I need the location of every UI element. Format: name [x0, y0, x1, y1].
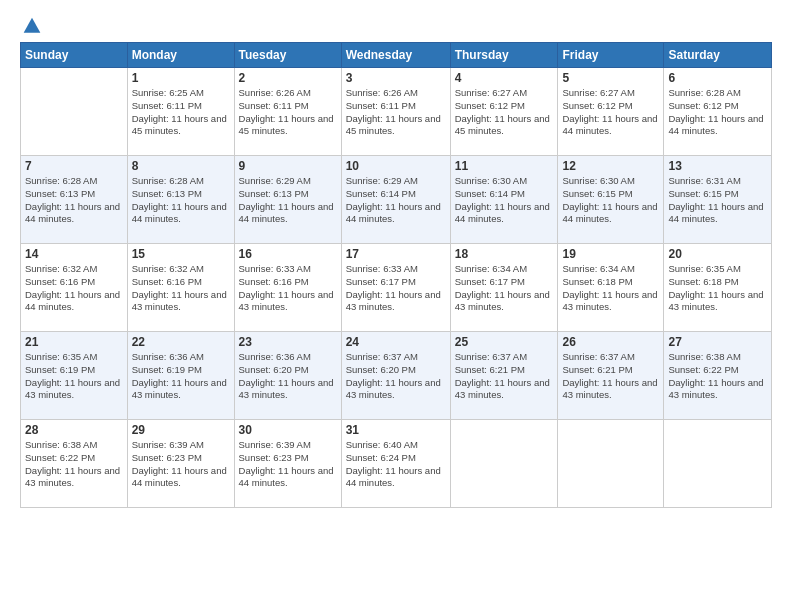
logo-icon [22, 16, 42, 36]
day-info: Sunrise: 6:36 AM Sunset: 6:19 PM Dayligh… [132, 351, 230, 402]
calendar-cell: 31Sunrise: 6:40 AM Sunset: 6:24 PM Dayli… [341, 420, 450, 508]
calendar-cell: 7Sunrise: 6:28 AM Sunset: 6:13 PM Daylig… [21, 156, 128, 244]
day-number: 3 [346, 71, 446, 85]
day-info: Sunrise: 6:26 AM Sunset: 6:11 PM Dayligh… [239, 87, 337, 138]
day-info: Sunrise: 6:30 AM Sunset: 6:15 PM Dayligh… [562, 175, 659, 226]
day-info: Sunrise: 6:27 AM Sunset: 6:12 PM Dayligh… [455, 87, 554, 138]
svg-marker-0 [24, 18, 41, 33]
day-info: Sunrise: 6:28 AM Sunset: 6:13 PM Dayligh… [132, 175, 230, 226]
day-info: Sunrise: 6:37 AM Sunset: 6:21 PM Dayligh… [562, 351, 659, 402]
day-number: 28 [25, 423, 123, 437]
day-number: 12 [562, 159, 659, 173]
day-info: Sunrise: 6:35 AM Sunset: 6:19 PM Dayligh… [25, 351, 123, 402]
day-number: 17 [346, 247, 446, 261]
calendar-cell: 14Sunrise: 6:32 AM Sunset: 6:16 PM Dayli… [21, 244, 128, 332]
day-number: 27 [668, 335, 767, 349]
calendar-cell: 2Sunrise: 6:26 AM Sunset: 6:11 PM Daylig… [234, 68, 341, 156]
calendar-cell: 17Sunrise: 6:33 AM Sunset: 6:17 PM Dayli… [341, 244, 450, 332]
day-info: Sunrise: 6:39 AM Sunset: 6:23 PM Dayligh… [132, 439, 230, 490]
day-number: 24 [346, 335, 446, 349]
page: SundayMondayTuesdayWednesdayThursdayFrid… [0, 0, 792, 612]
calendar-cell: 30Sunrise: 6:39 AM Sunset: 6:23 PM Dayli… [234, 420, 341, 508]
day-number: 20 [668, 247, 767, 261]
calendar-cell: 16Sunrise: 6:33 AM Sunset: 6:16 PM Dayli… [234, 244, 341, 332]
day-info: Sunrise: 6:31 AM Sunset: 6:15 PM Dayligh… [668, 175, 767, 226]
day-info: Sunrise: 6:32 AM Sunset: 6:16 PM Dayligh… [132, 263, 230, 314]
calendar-cell: 20Sunrise: 6:35 AM Sunset: 6:18 PM Dayli… [664, 244, 772, 332]
day-info: Sunrise: 6:27 AM Sunset: 6:12 PM Dayligh… [562, 87, 659, 138]
calendar-cell: 22Sunrise: 6:36 AM Sunset: 6:19 PM Dayli… [127, 332, 234, 420]
day-info: Sunrise: 6:28 AM Sunset: 6:12 PM Dayligh… [668, 87, 767, 138]
calendar-cell [558, 420, 664, 508]
day-number: 10 [346, 159, 446, 173]
day-info: Sunrise: 6:36 AM Sunset: 6:20 PM Dayligh… [239, 351, 337, 402]
calendar-cell [664, 420, 772, 508]
calendar-cell: 18Sunrise: 6:34 AM Sunset: 6:17 PM Dayli… [450, 244, 558, 332]
day-number: 5 [562, 71, 659, 85]
day-number: 23 [239, 335, 337, 349]
day-number: 25 [455, 335, 554, 349]
day-info: Sunrise: 6:33 AM Sunset: 6:16 PM Dayligh… [239, 263, 337, 314]
day-number: 26 [562, 335, 659, 349]
day-info: Sunrise: 6:33 AM Sunset: 6:17 PM Dayligh… [346, 263, 446, 314]
day-info: Sunrise: 6:40 AM Sunset: 6:24 PM Dayligh… [346, 439, 446, 490]
day-info: Sunrise: 6:37 AM Sunset: 6:20 PM Dayligh… [346, 351, 446, 402]
col-header-tuesday: Tuesday [234, 43, 341, 68]
calendar-cell: 6Sunrise: 6:28 AM Sunset: 6:12 PM Daylig… [664, 68, 772, 156]
day-number: 30 [239, 423, 337, 437]
day-info: Sunrise: 6:32 AM Sunset: 6:16 PM Dayligh… [25, 263, 123, 314]
calendar-cell: 8Sunrise: 6:28 AM Sunset: 6:13 PM Daylig… [127, 156, 234, 244]
day-number: 29 [132, 423, 230, 437]
day-number: 16 [239, 247, 337, 261]
calendar-table: SundayMondayTuesdayWednesdayThursdayFrid… [20, 42, 772, 508]
calendar-cell: 28Sunrise: 6:38 AM Sunset: 6:22 PM Dayli… [21, 420, 128, 508]
calendar-cell [21, 68, 128, 156]
calendar-cell: 12Sunrise: 6:30 AM Sunset: 6:15 PM Dayli… [558, 156, 664, 244]
calendar-cell: 23Sunrise: 6:36 AM Sunset: 6:20 PM Dayli… [234, 332, 341, 420]
calendar-cell: 15Sunrise: 6:32 AM Sunset: 6:16 PM Dayli… [127, 244, 234, 332]
day-number: 15 [132, 247, 230, 261]
day-info: Sunrise: 6:29 AM Sunset: 6:13 PM Dayligh… [239, 175, 337, 226]
col-header-saturday: Saturday [664, 43, 772, 68]
calendar-cell [450, 420, 558, 508]
calendar-cell: 4Sunrise: 6:27 AM Sunset: 6:12 PM Daylig… [450, 68, 558, 156]
calendar-cell: 3Sunrise: 6:26 AM Sunset: 6:11 PM Daylig… [341, 68, 450, 156]
calendar-cell: 1Sunrise: 6:25 AM Sunset: 6:11 PM Daylig… [127, 68, 234, 156]
day-number: 19 [562, 247, 659, 261]
day-info: Sunrise: 6:30 AM Sunset: 6:14 PM Dayligh… [455, 175, 554, 226]
day-number: 31 [346, 423, 446, 437]
calendar-cell: 26Sunrise: 6:37 AM Sunset: 6:21 PM Dayli… [558, 332, 664, 420]
calendar-cell: 24Sunrise: 6:37 AM Sunset: 6:20 PM Dayli… [341, 332, 450, 420]
col-header-thursday: Thursday [450, 43, 558, 68]
day-info: Sunrise: 6:38 AM Sunset: 6:22 PM Dayligh… [25, 439, 123, 490]
day-number: 1 [132, 71, 230, 85]
calendar-cell: 19Sunrise: 6:34 AM Sunset: 6:18 PM Dayli… [558, 244, 664, 332]
calendar-cell: 29Sunrise: 6:39 AM Sunset: 6:23 PM Dayli… [127, 420, 234, 508]
day-number: 8 [132, 159, 230, 173]
day-info: Sunrise: 6:26 AM Sunset: 6:11 PM Dayligh… [346, 87, 446, 138]
day-info: Sunrise: 6:39 AM Sunset: 6:23 PM Dayligh… [239, 439, 337, 490]
col-header-friday: Friday [558, 43, 664, 68]
day-number: 14 [25, 247, 123, 261]
col-header-sunday: Sunday [21, 43, 128, 68]
day-number: 9 [239, 159, 337, 173]
calendar-cell: 11Sunrise: 6:30 AM Sunset: 6:14 PM Dayli… [450, 156, 558, 244]
calendar-cell: 9Sunrise: 6:29 AM Sunset: 6:13 PM Daylig… [234, 156, 341, 244]
calendar-cell: 27Sunrise: 6:38 AM Sunset: 6:22 PM Dayli… [664, 332, 772, 420]
day-info: Sunrise: 6:25 AM Sunset: 6:11 PM Dayligh… [132, 87, 230, 138]
day-number: 22 [132, 335, 230, 349]
day-info: Sunrise: 6:34 AM Sunset: 6:17 PM Dayligh… [455, 263, 554, 314]
col-header-wednesday: Wednesday [341, 43, 450, 68]
calendar-cell: 5Sunrise: 6:27 AM Sunset: 6:12 PM Daylig… [558, 68, 664, 156]
calendar-cell: 10Sunrise: 6:29 AM Sunset: 6:14 PM Dayli… [341, 156, 450, 244]
day-info: Sunrise: 6:34 AM Sunset: 6:18 PM Dayligh… [562, 263, 659, 314]
day-number: 18 [455, 247, 554, 261]
day-info: Sunrise: 6:35 AM Sunset: 6:18 PM Dayligh… [668, 263, 767, 314]
day-info: Sunrise: 6:29 AM Sunset: 6:14 PM Dayligh… [346, 175, 446, 226]
logo [20, 16, 43, 32]
day-number: 7 [25, 159, 123, 173]
day-number: 4 [455, 71, 554, 85]
day-number: 11 [455, 159, 554, 173]
day-number: 2 [239, 71, 337, 85]
day-number: 21 [25, 335, 123, 349]
